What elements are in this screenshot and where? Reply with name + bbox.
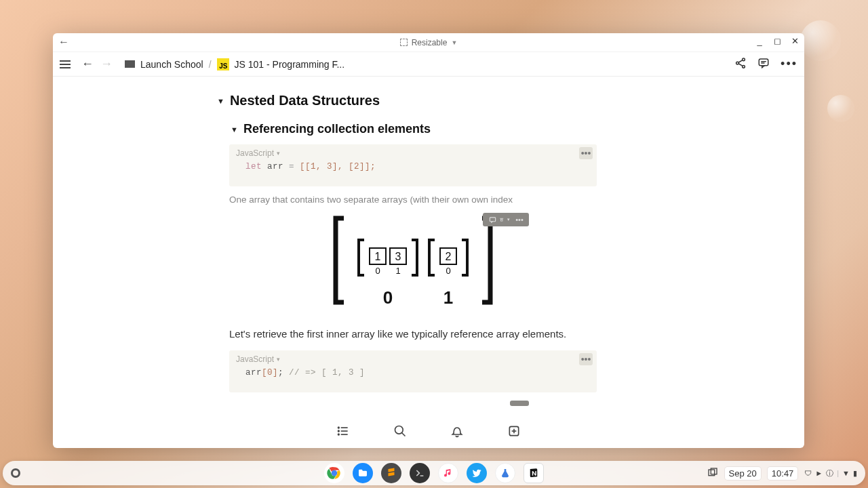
block-hover-toolbar: ▾ •••	[483, 213, 529, 226]
block-more-icon[interactable]: •••	[513, 214, 526, 225]
diagram-block[interactable]: ▾ •••	[229, 214, 597, 316]
nav-back-button[interactable]: ←	[81, 57, 94, 71]
svg-point-0	[743, 58, 745, 60]
svg-text:1: 1	[395, 266, 400, 276]
system-tray: Sep 20 10:47 🛡 ► ⓘ | ▼ ▮	[707, 467, 857, 480]
body-paragraph[interactable]: Let's retrieve the first inner array lik…	[229, 327, 704, 342]
heading-2-text: Referencing collection elements	[243, 122, 431, 136]
resizable-mode-dropdown[interactable]: Resizable ▼	[400, 38, 458, 47]
svg-text:0: 0	[446, 266, 450, 276]
heading-2[interactable]: ▼ Referencing collection elements	[231, 122, 704, 136]
list-icon[interactable]	[336, 424, 350, 441]
toggle-caret-icon[interactable]: ▼	[231, 125, 238, 134]
svg-point-25	[338, 427, 340, 428]
nested-array-diagram: 1 3 2 0 1 0 0 1	[332, 214, 494, 316]
svg-point-2	[743, 65, 745, 68]
heading-1-text: Nested Data Structures	[230, 93, 380, 108]
hamburger-menu-button[interactable]	[60, 60, 71, 68]
new-page-icon[interactable]	[507, 424, 521, 441]
svg-point-28	[395, 426, 403, 434]
close-button[interactable]: ✕	[789, 36, 800, 46]
chrome-app-icon[interactable]	[324, 463, 344, 483]
files-app-icon[interactable]	[353, 463, 373, 483]
window-titlebar: ← Resizable ▼ _ ◻ ✕	[53, 33, 804, 52]
app-dock	[324, 463, 544, 483]
svg-text:1: 1	[443, 287, 453, 308]
minimize-button[interactable]: _	[754, 36, 765, 46]
launcher-button[interactable]	[11, 468, 20, 478]
chevron-down-icon[interactable]: ▾	[277, 356, 280, 363]
info-icon: ⓘ	[826, 468, 833, 479]
tray-time[interactable]: 10:47	[768, 467, 798, 480]
more-menu-button[interactable]: •••	[781, 57, 797, 71]
code-body[interactable]: let arr = [[1, 3], [2]];	[229, 159, 597, 174]
svg-text:0: 0	[383, 287, 393, 308]
block-hover-toolbar-partial	[510, 401, 529, 406]
tray-date[interactable]: Sep 20	[725, 467, 761, 480]
heading-1[interactable]: ▼ Nested Data Structures	[217, 93, 704, 108]
code-lang-label[interactable]: JavaScript	[236, 354, 274, 364]
caption-icon[interactable]	[513, 402, 526, 406]
code-lang-label[interactable]: JavaScript	[236, 148, 274, 158]
bottom-nav-bar	[53, 417, 804, 448]
terminal-app-icon[interactable]	[410, 463, 430, 483]
breadcrumb-root[interactable]: Launch School	[140, 59, 203, 70]
notion-app-icon[interactable]	[524, 463, 544, 483]
music-app-icon[interactable]	[438, 463, 458, 483]
svg-rect-36	[709, 470, 715, 476]
tray-windows-icon[interactable]	[707, 467, 718, 480]
code-body[interactable]: arr[0]; // => [ 1, 3 ]	[229, 365, 597, 380]
breadcrumb: Launch School / JS JS 101 - Programming …	[125, 58, 344, 70]
twitter-app-icon[interactable]	[467, 463, 487, 483]
code-block-1[interactable]: JavaScript ▾ ••• let arr = [[1, 3], [2]]…	[229, 144, 597, 186]
comments-button[interactable]	[757, 57, 770, 72]
workspace-icon	[125, 60, 135, 68]
maximize-button[interactable]: ◻	[772, 36, 783, 46]
svg-point-26	[338, 430, 340, 432]
svg-rect-5	[759, 59, 768, 66]
breadcrumb-page[interactable]: JS 101 - Programming F...	[235, 59, 345, 70]
page-js-icon: JS	[217, 58, 229, 70]
separator: |	[837, 469, 839, 477]
chevron-down-icon: ▼	[451, 39, 457, 46]
window-back-button[interactable]: ←	[58, 36, 69, 48]
lab-app-icon[interactable]	[495, 463, 515, 483]
app-header: ← → Launch School / JS JS 101 - Programm…	[53, 52, 804, 77]
svg-point-27	[338, 434, 340, 435]
resizable-icon	[400, 39, 408, 46]
svg-text:0: 0	[375, 266, 380, 276]
code-block-menu-button[interactable]: •••	[579, 353, 593, 365]
sublime-app-icon[interactable]	[381, 463, 401, 483]
svg-text:2: 2	[446, 251, 452, 262]
nav-forward-button[interactable]: →	[100, 57, 113, 71]
align-icon[interactable]: ▾	[499, 214, 513, 225]
notifications-icon[interactable]	[450, 424, 464, 441]
toggle-caret-icon[interactable]: ▼	[217, 97, 224, 105]
wifi-icon: ▼	[842, 469, 850, 477]
svg-text:3: 3	[395, 251, 401, 262]
code-block-menu-button[interactable]: •••	[579, 147, 593, 159]
chevron-down-icon[interactable]: ▾	[277, 150, 280, 157]
os-taskbar: Sep 20 10:47 🛡 ► ⓘ | ▼ ▮	[3, 461, 865, 485]
caption-icon[interactable]	[486, 214, 499, 225]
battery-icon: ▮	[853, 469, 857, 478]
resizable-label: Resizable	[412, 38, 448, 47]
svg-text:1: 1	[375, 251, 381, 262]
share-button[interactable]	[734, 57, 747, 72]
window-controls: _ ◻ ✕	[754, 36, 800, 46]
svg-line-4	[738, 63, 743, 65]
code-block-2[interactable]: JavaScript ▾ ••• arr[0]; // => [ 1, 3 ]	[229, 350, 597, 392]
notion-window: ← Resizable ▼ _ ◻ ✕ ← → Launch School / …	[53, 33, 804, 448]
svg-rect-37	[711, 468, 717, 474]
page-content: ▼ Nested Data Structures ▼ Referencing c…	[53, 77, 804, 417]
svg-line-29	[402, 433, 406, 436]
caption-text[interactable]: One array that contains two separate arr…	[229, 195, 704, 205]
svg-line-3	[738, 60, 743, 62]
svg-rect-10	[500, 219, 502, 220]
svg-rect-8	[490, 217, 495, 221]
play-icon: ►	[815, 469, 823, 477]
breadcrumb-separator: /	[209, 59, 212, 70]
shield-icon: 🛡	[804, 469, 812, 477]
tray-status-icons[interactable]: 🛡 ► ⓘ | ▼ ▮	[804, 468, 857, 479]
search-icon[interactable]	[393, 424, 407, 441]
